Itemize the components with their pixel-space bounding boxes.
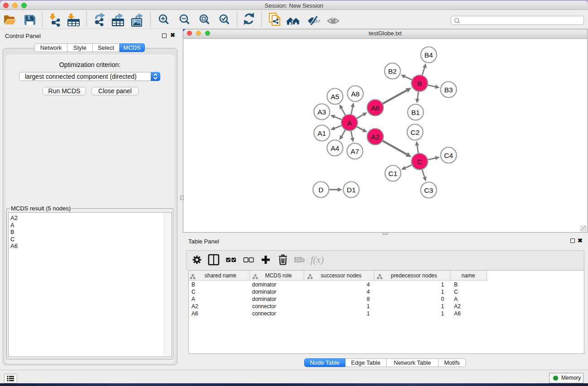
svg-text:C1: C1 bbox=[388, 170, 397, 177]
svg-text:D: D bbox=[318, 186, 323, 194]
svg-text:D1: D1 bbox=[347, 186, 356, 194]
svg-text:C: C bbox=[417, 158, 422, 166]
svg-text:A4: A4 bbox=[331, 144, 339, 152]
svg-text:A5: A5 bbox=[331, 93, 339, 100]
svg-text:A6: A6 bbox=[371, 104, 380, 112]
svg-text:A2: A2 bbox=[371, 133, 380, 141]
svg-text:B1: B1 bbox=[411, 109, 420, 116]
svg-text:C2: C2 bbox=[411, 129, 420, 136]
svg-text:B3: B3 bbox=[445, 86, 453, 94]
svg-text:C4: C4 bbox=[444, 152, 453, 159]
svg-text:A8: A8 bbox=[351, 90, 360, 98]
svg-text:A7: A7 bbox=[351, 148, 359, 155]
svg-text:B: B bbox=[417, 80, 422, 87]
svg-text:C3: C3 bbox=[424, 186, 433, 194]
svg-text:A1: A1 bbox=[318, 129, 326, 137]
svg-text:B4: B4 bbox=[425, 51, 433, 59]
svg-text:A: A bbox=[347, 119, 352, 127]
svg-text:A3: A3 bbox=[318, 108, 326, 116]
svg-text:f(x): f(x) bbox=[311, 254, 324, 265]
svg-text:B2: B2 bbox=[388, 67, 397, 75]
